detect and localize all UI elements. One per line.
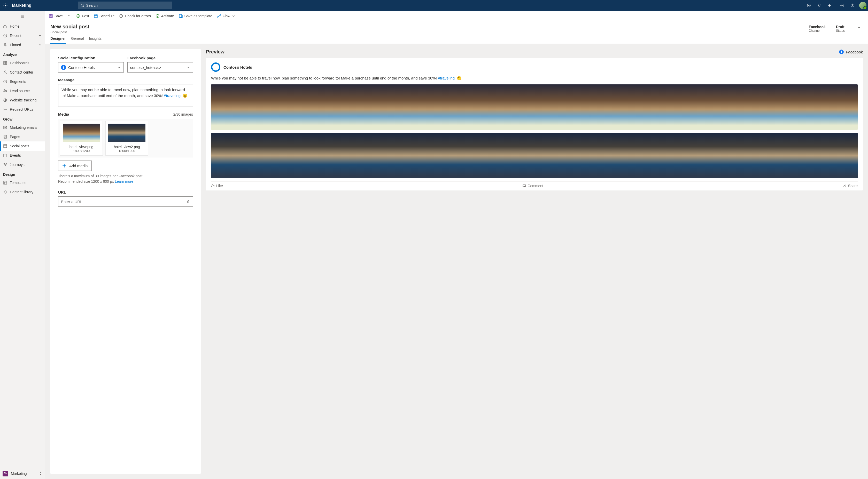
cmd-label: Save as template xyxy=(184,14,212,18)
search-placeholder: Search xyxy=(86,3,98,7)
svg-rect-24 xyxy=(5,63,7,65)
nav-label: Contact center xyxy=(10,70,33,74)
preview-account: Contoso Hotels xyxy=(223,65,252,69)
nav-templates[interactable]: Templates xyxy=(0,178,45,187)
plus-icon xyxy=(62,163,67,168)
preview-like-button[interactable]: Like xyxy=(211,184,223,188)
media-count: 2/30 images xyxy=(173,112,193,116)
svg-point-8 xyxy=(7,7,7,7)
nav-redirect-urls[interactable]: Redirect URLs xyxy=(0,105,45,114)
social-config-label: Social configuration xyxy=(58,56,124,60)
nav-label: Events xyxy=(10,153,21,158)
meta-value: Draft xyxy=(836,25,845,29)
tab-designer[interactable]: Designer xyxy=(51,36,66,44)
media-thumbnail xyxy=(63,124,100,142)
svg-rect-40 xyxy=(50,14,52,15)
add-media-button[interactable]: Add media xyxy=(58,161,92,171)
svg-point-6 xyxy=(4,7,4,7)
url-input-wrapper xyxy=(58,196,193,207)
nav-marketing-emails[interactable]: Marketing emails xyxy=(0,123,45,132)
add-icon[interactable] xyxy=(824,0,835,11)
svg-point-47 xyxy=(156,14,159,18)
svg-point-27 xyxy=(4,90,5,91)
page-subtitle: Social post xyxy=(51,30,107,34)
message-input[interactable]: While you may not be able to travel now,… xyxy=(58,84,193,107)
svg-rect-48 xyxy=(179,14,182,18)
preview-comment-button[interactable]: Comment xyxy=(522,184,543,188)
nav-collapse-button[interactable] xyxy=(0,11,45,22)
preview-image xyxy=(211,133,858,178)
global-search[interactable]: Search xyxy=(78,2,172,9)
svg-point-5 xyxy=(7,5,7,6)
header-meta-channel: Facebook Channel xyxy=(809,25,826,33)
meta-label: Channel xyxy=(809,29,826,33)
nav-journeys[interactable]: Journeys xyxy=(0,160,45,169)
settings-icon[interactable] xyxy=(837,0,847,11)
nav-contact-center[interactable]: Contact center xyxy=(0,68,45,77)
nav-pages[interactable]: Pages xyxy=(0,132,45,141)
url-input[interactable] xyxy=(61,200,186,204)
cmd-post[interactable]: Post xyxy=(76,14,89,18)
media-helper-text: There's a maximum of 30 images per Faceb… xyxy=(58,173,193,184)
user-avatar[interactable] xyxy=(858,0,868,11)
media-strip: hotel_view.png 1800x1200 hotel_view2.png… xyxy=(58,119,193,158)
media-item[interactable]: hotel_view.png 1800x1200 xyxy=(60,121,103,156)
cmd-check-errors[interactable]: Check for errors xyxy=(119,14,151,18)
help-icon[interactable] xyxy=(847,0,858,11)
cmd-activate[interactable]: Activate xyxy=(156,14,174,18)
nav-home[interactable]: Home xyxy=(0,22,45,31)
svg-point-14 xyxy=(842,5,843,6)
svg-point-34 xyxy=(4,163,5,164)
preview-share-button[interactable]: Share xyxy=(843,184,858,188)
header-meta-status: Draft Status xyxy=(836,25,845,33)
nav-recent[interactable]: Recent xyxy=(0,31,45,40)
media-item[interactable]: hotel_view2.png 1800x1200 xyxy=(105,121,148,156)
learn-more-link[interactable]: Learn more xyxy=(115,179,133,183)
svg-rect-43 xyxy=(94,15,97,18)
lightbulb-icon[interactable] xyxy=(814,0,824,11)
app-name: Marketing xyxy=(11,3,32,8)
social-config-select[interactable]: f Contoso Hotels xyxy=(58,62,124,72)
message-emoji: 🙂 xyxy=(183,94,188,98)
command-bar: Save Post Schedule Check for errors Acti… xyxy=(45,11,868,21)
cmd-save-dropdown[interactable] xyxy=(66,14,71,18)
fb-page-select[interactable]: contoso_hotels/cz xyxy=(127,62,193,72)
tab-insights[interactable]: Insights xyxy=(89,36,101,44)
cmd-flow[interactable]: Flow xyxy=(217,14,236,18)
tab-general[interactable]: General xyxy=(71,36,84,44)
media-filename: hotel_view2.png xyxy=(108,145,146,149)
assistant-icon[interactable] xyxy=(804,0,814,11)
preview-avatar xyxy=(211,63,220,72)
message-hashtag: #traveling xyxy=(164,94,181,98)
action-label: Comment xyxy=(528,184,543,188)
nav-segments[interactable]: Segments xyxy=(0,77,45,86)
cmd-schedule[interactable]: Schedule xyxy=(94,14,115,18)
nav-lead-source[interactable]: Lead source xyxy=(0,86,45,96)
facebook-icon: f xyxy=(839,49,844,54)
header-expand-button[interactable] xyxy=(855,25,863,31)
cmd-save[interactable]: Save xyxy=(49,14,63,18)
link-icon[interactable] xyxy=(186,200,190,204)
svg-rect-41 xyxy=(50,16,52,18)
preview-title: Preview xyxy=(206,49,224,55)
svg-rect-21 xyxy=(4,61,5,63)
action-label: Share xyxy=(848,184,858,188)
cmd-label: Check for errors xyxy=(125,14,151,18)
nav-website-tracking[interactable]: Website tracking xyxy=(0,96,45,105)
nav-content-library[interactable]: Content library xyxy=(0,187,45,197)
preview-hashtag: #traveling xyxy=(438,76,455,80)
svg-point-7 xyxy=(5,7,6,7)
chevron-down-icon xyxy=(38,43,42,47)
nav-events[interactable]: Events xyxy=(0,151,45,160)
nav-social-posts[interactable]: Social posts xyxy=(0,141,45,151)
nav-label: Social posts xyxy=(10,144,29,148)
app-launcher-button[interactable] xyxy=(0,3,11,7)
svg-point-35 xyxy=(6,163,7,164)
cmd-save-template[interactable]: Save as template xyxy=(179,14,212,18)
nav-pinned[interactable]: Pinned xyxy=(0,40,45,49)
app-switcher-label: Marketing xyxy=(11,472,27,476)
app-switcher[interactable]: AN Marketing xyxy=(0,468,45,479)
nav-label: Templates xyxy=(10,181,26,185)
nav-dashboards[interactable]: Dashboards xyxy=(0,58,45,68)
cmd-label: Flow xyxy=(223,14,230,18)
